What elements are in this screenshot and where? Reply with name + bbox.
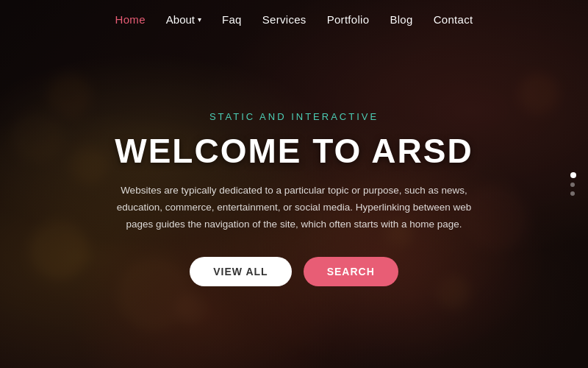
view-all-button[interactable]: VIEW ALL xyxy=(190,257,291,286)
scroll-indicator xyxy=(570,172,576,196)
hero-title: WELCOME TO ARSD xyxy=(115,132,473,170)
hero-content: Static And Interactive WELCOME TO ARSD W… xyxy=(0,0,588,368)
scroll-dot-1 xyxy=(570,172,576,178)
scroll-dot-3 xyxy=(570,191,575,196)
hero-buttons: VIEW ALL SEARCH xyxy=(190,257,398,286)
hero-section: Home About ▾ Faq Services Portfolio Blog… xyxy=(0,0,588,368)
scroll-dot-2 xyxy=(570,183,575,187)
hero-subtitle: Static And Interactive xyxy=(209,111,379,122)
hero-description: Websites are typically dedicated to a pa… xyxy=(103,183,485,233)
search-button[interactable]: SEARCH xyxy=(304,257,398,286)
